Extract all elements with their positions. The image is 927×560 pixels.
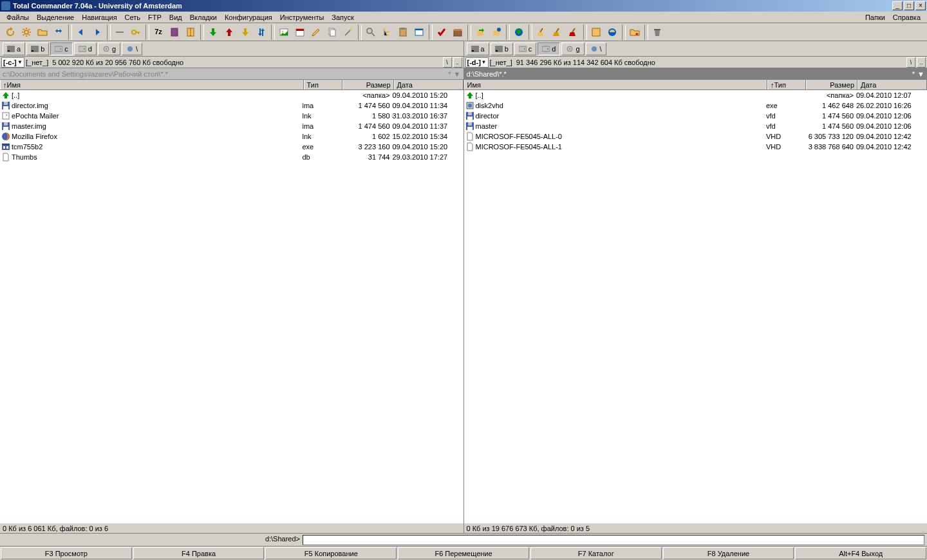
- left-up-button[interactable]: ..: [453, 57, 462, 68]
- menu-ftp[interactable]: FTP: [144, 13, 165, 22]
- arrows-icon[interactable]: [51, 24, 66, 40]
- fn-button[interactable]: F7 Каталог: [530, 547, 662, 559]
- left-drive-c[interactable]: c: [50, 42, 73, 55]
- menu-файлы[interactable]: Файлы: [3, 13, 33, 22]
- menu-папки[interactable]: Папки: [861, 13, 889, 22]
- calendar-icon[interactable]: [292, 24, 308, 40]
- box-green-icon[interactable]: [473, 24, 488, 40]
- right-file-row[interactable]: disk2vhdexe1 462 64826.02.2010 16:26: [464, 100, 928, 111]
- left-col-name[interactable]: ↑Имя: [0, 80, 304, 89]
- left-file-row[interactable]: tcm755b2exe3 223 16009.04.2010 15:20: [0, 142, 464, 152]
- red-up-icon[interactable]: [221, 24, 237, 40]
- green-down-icon[interactable]: [205, 24, 221, 40]
- right-drive-a[interactable]: a: [467, 42, 489, 55]
- image-icon[interactable]: [276, 24, 292, 40]
- left-fav-icon[interactable]: *: [445, 70, 453, 78]
- left-file-row[interactable]: Mozilla Firefoxlnk1 60215.02.2010 15:34: [0, 131, 464, 142]
- menu-выделение[interactable]: Выделение: [33, 13, 78, 22]
- gear-icon[interactable]: [19, 24, 34, 40]
- right-drive-b[interactable]: b: [491, 42, 513, 55]
- right-drive-network[interactable]: \: [586, 42, 606, 55]
- fn-button[interactable]: F6 Перемещение: [398, 547, 529, 559]
- broom2-icon[interactable]: [550, 24, 565, 40]
- sort-icon[interactable]: [254, 24, 269, 40]
- ie-icon[interactable]: [604, 24, 620, 40]
- left-file-row[interactable]: Thumbsdb31 74429.03.2010 17:27: [0, 152, 464, 162]
- left-drive-b[interactable]: b: [26, 42, 49, 55]
- right-col-type[interactable]: ↑Тип: [767, 80, 806, 89]
- right-fav-icon[interactable]: *: [910, 70, 917, 78]
- right-up-button[interactable]: ..: [917, 57, 926, 68]
- right-file-row[interactable]: MICROSOF-FE5045-ALL-1VHD3 838 768 64009.…: [464, 142, 928, 152]
- right-col-size[interactable]: Размер: [806, 80, 857, 89]
- left-col-size[interactable]: Размер: [342, 80, 394, 89]
- 7z-icon[interactable]: 7z: [151, 24, 166, 40]
- broom3-icon[interactable]: [566, 24, 581, 40]
- yellow-down-icon[interactable]: [238, 24, 253, 40]
- fn-button[interactable]: F8 Удаление: [663, 547, 794, 559]
- left-drive-select[interactable]: [-c-]▼: [1, 57, 24, 68]
- right-root-button[interactable]: \: [906, 57, 915, 68]
- menu-справка[interactable]: Справка: [889, 13, 924, 22]
- folder-fav-icon[interactable]: [627, 24, 642, 40]
- left-file-row[interactable]: [..]<папка>09.04.2010 15:20: [0, 90, 464, 100]
- window-icon[interactable]: [411, 24, 427, 40]
- menu-навигация[interactable]: Навигация: [78, 13, 120, 22]
- clipboard-icon[interactable]: [395, 24, 411, 40]
- right-file-row[interactable]: [..]<папка>09.04.2010 12:07: [464, 90, 928, 100]
- right-drive-c[interactable]: c: [514, 42, 537, 55]
- tool-icon[interactable]: [112, 24, 127, 40]
- edit-icon[interactable]: [308, 24, 324, 40]
- globe-icon[interactable]: [511, 24, 527, 40]
- minimize-button[interactable]: _: [892, 1, 903, 10]
- menu-сеть[interactable]: Сеть: [121, 13, 144, 22]
- forward-icon[interactable]: [89, 24, 105, 40]
- left-col-type[interactable]: Тип: [304, 80, 342, 89]
- tree-icon[interactable]: [379, 24, 395, 40]
- fn-button[interactable]: Alt+F4 Выход: [795, 547, 926, 559]
- right-drive-g[interactable]: g: [561, 42, 584, 55]
- right-file-row[interactable]: MICROSOF-FE5045-ALL-0VHD6 305 733 12009.…: [464, 131, 928, 142]
- left-pathbar[interactable]: c:\Documents and Settings\lazarev\Рабочи…: [0, 68, 464, 80]
- key-icon[interactable]: [128, 24, 144, 40]
- left-drive-d[interactable]: d: [74, 42, 97, 55]
- right-col-name[interactable]: Имя: [464, 80, 768, 89]
- right-col-date[interactable]: Дата: [857, 80, 927, 89]
- menu-вид[interactable]: Вид: [165, 13, 186, 22]
- fn-button[interactable]: F5 Копирование: [265, 547, 397, 559]
- fn-button[interactable]: F4 Правка: [133, 547, 265, 559]
- right-file-row[interactable]: mastervfd1 474 56009.04.2010 12:06: [464, 121, 928, 131]
- back-icon[interactable]: [73, 24, 89, 40]
- right-pathbar[interactable]: d:\Shared\*.* * ▼: [464, 68, 928, 80]
- right-history-icon[interactable]: ▼: [917, 70, 924, 78]
- zip-icon[interactable]: [183, 24, 198, 40]
- fn-button[interactable]: F3 Просмотр: [1, 547, 132, 559]
- menu-вкладки[interactable]: Вкладки: [186, 13, 221, 22]
- wand-icon[interactable]: [341, 24, 356, 40]
- left-drive-a[interactable]: a: [3, 42, 25, 55]
- right-filelist[interactable]: [..]<папка>09.04.2010 12:07disk2vhdexe1 …: [464, 90, 928, 523]
- left-root-button[interactable]: \: [443, 57, 452, 68]
- search-icon[interactable]: [363, 24, 379, 40]
- left-col-date[interactable]: Дата: [394, 80, 464, 89]
- left-file-row[interactable]: master.imgima1 474 56009.04.2010 11:37: [0, 121, 464, 131]
- maximize-button[interactable]: □: [904, 1, 914, 10]
- command-input[interactable]: [303, 535, 924, 545]
- left-file-row[interactable]: director.imgima1 474 56009.04.2010 11:34: [0, 100, 464, 111]
- menu-конфигурация[interactable]: Конфигурация: [221, 13, 276, 22]
- refresh-icon[interactable]: [3, 24, 18, 40]
- left-filelist[interactable]: [..]<папка>09.04.2010 15:20director.imgi…: [0, 90, 464, 523]
- menu-запуск[interactable]: Запуск: [328, 13, 357, 22]
- right-file-row[interactable]: directorvfd1 474 56009.04.2010 12:06: [464, 111, 928, 121]
- close-button[interactable]: ×: [915, 1, 926, 10]
- left-history-icon[interactable]: ▼: [454, 70, 461, 78]
- box-blue-icon[interactable]: [489, 24, 504, 40]
- left-drive-network[interactable]: \: [122, 42, 142, 55]
- copy-icon[interactable]: [324, 24, 340, 40]
- trash-icon[interactable]: [650, 24, 665, 40]
- archive-icon[interactable]: [450, 24, 465, 40]
- open-icon[interactable]: [35, 24, 50, 40]
- left-file-row[interactable]: ePochta Mailerlnk1 58031.03.2010 16:37: [0, 111, 464, 121]
- right-drive-d[interactable]: d: [538, 42, 560, 55]
- right-drive-select[interactable]: [-d-]▼: [465, 57, 489, 68]
